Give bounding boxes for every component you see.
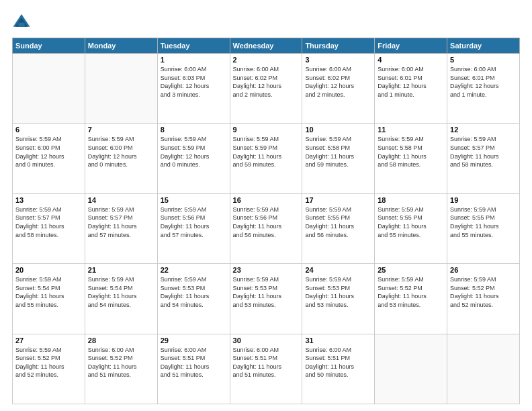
day-info: Sunrise: 5:59 AMSunset: 5:55 PMDaylight:…	[305, 205, 371, 239]
day-info: Sunrise: 5:59 AMSunset: 6:00 PMDaylight:…	[15, 135, 82, 169]
day-info: Sunrise: 6:00 AMSunset: 5:51 PMDaylight:…	[305, 346, 371, 379]
calendar-cell: 14Sunrise: 5:59 AMSunset: 5:57 PMDayligh…	[85, 193, 157, 263]
calendar-cell: 24Sunrise: 5:59 AMSunset: 5:53 PMDayligh…	[302, 264, 375, 334]
day-info: Sunrise: 6:00 AMSunset: 5:51 PMDaylight:…	[233, 346, 300, 379]
calendar-cell: 29Sunrise: 6:00 AMSunset: 5:51 PMDayligh…	[157, 334, 230, 404]
day-number: 10	[305, 126, 371, 134]
day-number: 4	[378, 56, 444, 64]
day-number: 12	[450, 126, 517, 134]
calendar-cell: 11Sunrise: 5:59 AMSunset: 5:58 PMDayligh…	[375, 124, 447, 193]
weekday-header-friday: Friday	[375, 38, 447, 54]
day-number: 7	[88, 126, 154, 134]
logo	[12, 12, 34, 31]
calendar-cell: 2Sunrise: 6:00 AMSunset: 6:02 PMDaylight…	[230, 54, 302, 124]
calendar-week-4: 20Sunrise: 5:59 AMSunset: 5:54 PMDayligh…	[13, 264, 520, 334]
day-info: Sunrise: 5:59 AMSunset: 5:53 PMDaylight:…	[305, 275, 371, 309]
weekday-header-monday: Monday	[85, 38, 157, 54]
weekday-header-sunday: Sunday	[13, 38, 85, 54]
day-number: 22	[161, 266, 227, 274]
calendar-cell	[85, 54, 157, 124]
svg-rect-2	[18, 23, 24, 27]
day-info: Sunrise: 5:59 AMSunset: 5:56 PMDaylight:…	[233, 205, 300, 239]
calendar-cell	[447, 334, 520, 404]
day-number: 14	[88, 196, 154, 204]
day-number: 2	[233, 56, 300, 64]
calendar-cell: 10Sunrise: 5:59 AMSunset: 5:58 PMDayligh…	[302, 124, 375, 193]
day-number: 30	[233, 336, 300, 345]
calendar-cell: 30Sunrise: 6:00 AMSunset: 5:51 PMDayligh…	[230, 334, 302, 404]
day-info: Sunrise: 6:00 AMSunset: 6:02 PMDaylight:…	[305, 65, 371, 99]
calendar-cell: 4Sunrise: 6:00 AMSunset: 6:01 PMDaylight…	[375, 54, 447, 124]
calendar-cell: 19Sunrise: 5:59 AMSunset: 5:55 PMDayligh…	[447, 193, 520, 263]
day-number: 11	[378, 126, 444, 134]
day-info: Sunrise: 5:59 AMSunset: 5:57 PMDaylight:…	[450, 135, 517, 169]
day-number: 15	[161, 196, 227, 204]
calendar-cell: 26Sunrise: 5:59 AMSunset: 5:52 PMDayligh…	[447, 264, 520, 334]
day-number: 23	[233, 266, 300, 274]
calendar-cell: 13Sunrise: 5:59 AMSunset: 5:57 PMDayligh…	[13, 193, 85, 263]
day-number: 16	[233, 196, 300, 204]
calendar-cell: 12Sunrise: 5:59 AMSunset: 5:57 PMDayligh…	[447, 124, 520, 193]
calendar-cell: 17Sunrise: 5:59 AMSunset: 5:55 PMDayligh…	[302, 193, 375, 263]
calendar-cell: 9Sunrise: 5:59 AMSunset: 5:59 PMDaylight…	[230, 124, 302, 193]
day-info: Sunrise: 6:00 AMSunset: 6:03 PMDaylight:…	[161, 65, 227, 99]
day-info: Sunrise: 5:59 AMSunset: 5:57 PMDaylight:…	[15, 205, 82, 239]
day-info: Sunrise: 5:59 AMSunset: 5:52 PMDaylight:…	[450, 275, 517, 309]
calendar-cell: 6Sunrise: 5:59 AMSunset: 6:00 PMDaylight…	[13, 124, 85, 193]
day-number: 20	[15, 266, 82, 274]
day-number: 26	[450, 266, 517, 274]
calendar-cell: 1Sunrise: 6:00 AMSunset: 6:03 PMDaylight…	[157, 54, 230, 124]
day-info: Sunrise: 6:00 AMSunset: 6:01 PMDaylight:…	[378, 65, 444, 99]
day-info: Sunrise: 5:59 AMSunset: 5:52 PMDaylight:…	[378, 275, 444, 309]
day-number: 18	[378, 196, 444, 204]
day-number: 24	[305, 266, 371, 274]
day-info: Sunrise: 5:59 AMSunset: 5:58 PMDaylight:…	[305, 135, 371, 169]
calendar-cell: 20Sunrise: 5:59 AMSunset: 5:54 PMDayligh…	[13, 264, 85, 334]
calendar-cell: 27Sunrise: 5:59 AMSunset: 5:52 PMDayligh…	[13, 334, 85, 404]
day-number: 5	[450, 56, 517, 64]
day-number: 19	[450, 196, 517, 204]
day-number: 17	[305, 196, 371, 204]
weekday-header-row: SundayMondayTuesdayWednesdayThursdayFrid…	[13, 38, 520, 54]
calendar-cell: 21Sunrise: 5:59 AMSunset: 5:54 PMDayligh…	[85, 264, 157, 334]
calendar-cell: 31Sunrise: 6:00 AMSunset: 5:51 PMDayligh…	[302, 334, 375, 404]
day-info: Sunrise: 5:59 AMSunset: 5:53 PMDaylight:…	[161, 275, 227, 309]
day-info: Sunrise: 5:59 AMSunset: 5:53 PMDaylight:…	[233, 275, 300, 309]
day-number: 8	[161, 126, 227, 134]
day-info: Sunrise: 5:59 AMSunset: 5:54 PMDaylight:…	[88, 275, 154, 309]
day-number: 13	[15, 196, 82, 204]
calendar-cell: 16Sunrise: 5:59 AMSunset: 5:56 PMDayligh…	[230, 193, 302, 263]
calendar-week-5: 27Sunrise: 5:59 AMSunset: 5:52 PMDayligh…	[13, 334, 520, 404]
calendar-table: SundayMondayTuesdayWednesdayThursdayFrid…	[12, 38, 520, 404]
calendar-cell: 18Sunrise: 5:59 AMSunset: 5:55 PMDayligh…	[375, 193, 447, 263]
day-info: Sunrise: 6:00 AMSunset: 6:02 PMDaylight:…	[233, 65, 300, 99]
day-number: 25	[378, 266, 444, 274]
day-info: Sunrise: 5:59 AMSunset: 5:58 PMDaylight:…	[378, 135, 444, 169]
weekday-header-saturday: Saturday	[447, 38, 520, 54]
day-info: Sunrise: 6:00 AMSunset: 5:52 PMDaylight:…	[88, 346, 154, 379]
calendar-cell: 28Sunrise: 6:00 AMSunset: 5:52 PMDayligh…	[85, 334, 157, 404]
day-info: Sunrise: 5:59 AMSunset: 5:57 PMDaylight:…	[88, 205, 154, 239]
day-info: Sunrise: 5:59 AMSunset: 5:59 PMDaylight:…	[233, 135, 300, 169]
calendar-week-2: 6Sunrise: 5:59 AMSunset: 6:00 PMDaylight…	[13, 124, 520, 193]
weekday-header-thursday: Thursday	[302, 38, 375, 54]
day-number: 9	[233, 126, 300, 134]
calendar-cell: 8Sunrise: 5:59 AMSunset: 5:59 PMDaylight…	[157, 124, 230, 193]
calendar-cell	[13, 54, 85, 124]
calendar-cell: 23Sunrise: 5:59 AMSunset: 5:53 PMDayligh…	[230, 264, 302, 334]
day-info: Sunrise: 5:59 AMSunset: 5:55 PMDaylight:…	[450, 205, 517, 239]
calendar-cell: 25Sunrise: 5:59 AMSunset: 5:52 PMDayligh…	[375, 264, 447, 334]
calendar-cell: 5Sunrise: 6:00 AMSunset: 6:01 PMDaylight…	[447, 54, 520, 124]
day-number: 3	[305, 56, 371, 64]
calendar-cell: 7Sunrise: 5:59 AMSunset: 6:00 PMDaylight…	[85, 124, 157, 193]
day-number: 27	[15, 336, 82, 345]
day-info: Sunrise: 5:59 AMSunset: 5:59 PMDaylight:…	[161, 135, 227, 169]
weekday-header-tuesday: Tuesday	[157, 38, 230, 54]
day-number: 21	[88, 266, 154, 274]
calendar-cell	[375, 334, 447, 404]
day-info: Sunrise: 5:59 AMSunset: 5:52 PMDaylight:…	[15, 346, 82, 379]
logo-icon	[12, 12, 31, 31]
calendar-cell: 15Sunrise: 5:59 AMSunset: 5:56 PMDayligh…	[157, 193, 230, 263]
calendar-week-1: 1Sunrise: 6:00 AMSunset: 6:03 PMDaylight…	[13, 54, 520, 124]
day-number: 31	[305, 336, 371, 345]
